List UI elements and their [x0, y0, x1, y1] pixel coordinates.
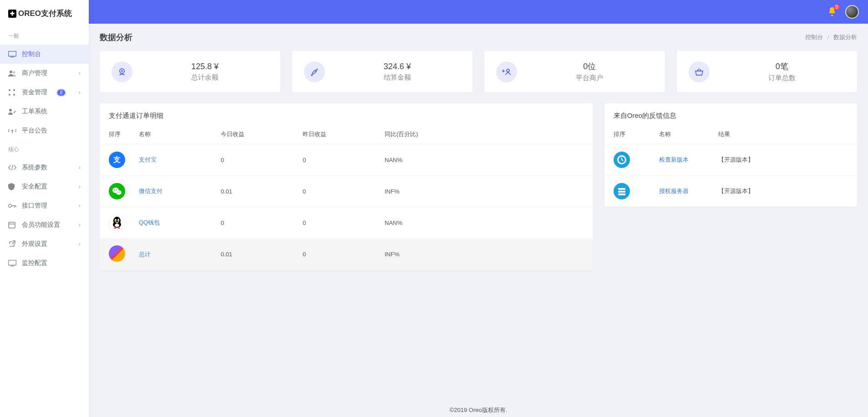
channel-name-link[interactable]: QQ钱包: [139, 219, 160, 226]
breadcrumb: 控制台 / 数据分析: [805, 33, 857, 41]
feedback-name-link[interactable]: 授权服务器: [659, 188, 689, 194]
nav-sysparams[interactable]: 系统参数 ›: [0, 158, 89, 177]
svg-point-6: [9, 94, 10, 96]
feedback-name-link[interactable]: 检查新版本: [659, 156, 689, 163]
svg-point-41: [114, 228, 117, 229]
chevron-right-icon: ›: [79, 203, 81, 209]
chevron-right-icon: ›: [79, 241, 81, 247]
breadcrumb-current: 数据分析: [833, 34, 857, 41]
channel-name-link[interactable]: 支付宝: [139, 156, 157, 163]
table-header: 排序: [100, 125, 134, 144]
nav-label: 系统参数: [22, 163, 47, 172]
basket-icon: [689, 61, 710, 82]
wechat-icon: [109, 183, 125, 199]
svg-rect-47: [618, 193, 625, 195]
svg-point-23: [315, 70, 316, 71]
svg-point-30: [116, 189, 117, 190]
chevron-right-icon: ›: [79, 222, 81, 228]
broadcast-icon: [8, 127, 17, 134]
nav-label: 控制台: [22, 50, 41, 58]
nav-security[interactable]: 安全配置 ›: [0, 177, 89, 196]
breadcrumb-root[interactable]: 控制台: [805, 34, 823, 41]
nav-fund[interactable]: 资金管理 0 ›: [0, 83, 89, 102]
svg-point-8: [9, 109, 12, 112]
svg-rect-46: [618, 191, 625, 193]
svg-rect-18: [9, 260, 16, 265]
footer: ©2019 Oreo版权所有.: [89, 406, 868, 417]
piechart-icon: [109, 245, 125, 262]
logo-icon: ✚: [8, 10, 16, 18]
nav-ticket[interactable]: 工单系统: [0, 102, 89, 121]
logo[interactable]: ✚ OREO支付系统: [0, 0, 89, 27]
calendar-icon: [8, 221, 17, 229]
nav-label: 平台公告: [22, 127, 47, 135]
alipay-icon: 支: [109, 152, 125, 168]
table-header: 同比(百分比): [380, 125, 593, 144]
svg-point-3: [13, 71, 15, 74]
yesterday-value: 0: [298, 144, 380, 176]
result-value: 【开源版本】: [714, 176, 857, 207]
nav-control-panel[interactable]: 控制台: [0, 45, 89, 64]
monitor-icon: [8, 51, 17, 57]
nav-monitor[interactable]: 监控配置: [0, 254, 89, 273]
yesterday-value: 0: [298, 176, 380, 207]
stat-label: 结算金额: [334, 73, 461, 82]
nav-appearance[interactable]: 外观设置 ›: [0, 234, 89, 254]
nav-label: 工单系统: [22, 107, 47, 116]
nav-label: 安全配置: [22, 183, 47, 191]
svg-point-28: [116, 190, 122, 195]
result-value: 【开源版本】: [714, 144, 857, 176]
svg-point-2: [10, 71, 12, 73]
nav-merchant[interactable]: 商户管理 ›: [0, 64, 89, 83]
nav-label: 接口管理: [22, 202, 47, 210]
nav-label: 外观设置: [22, 240, 47, 248]
nav-member[interactable]: 会员功能设置 ›: [0, 215, 89, 234]
table-row: 支支付宝00NAN%: [100, 144, 593, 176]
svg-point-10: [11, 130, 13, 132]
svg-point-31: [117, 192, 118, 193]
stat-value: 0笔: [719, 61, 846, 72]
channel-name-link[interactable]: 总计: [139, 251, 151, 258]
svg-point-20: [831, 15, 833, 16]
today-value: 0.01: [216, 238, 298, 270]
stat-merchants: 0位平台商户: [484, 51, 665, 92]
nav-api[interactable]: 接口管理 ›: [0, 196, 89, 215]
nav-label: 商户管理: [22, 69, 47, 77]
nav-badge: 0: [56, 89, 66, 97]
page-title: 数据分析: [100, 32, 132, 43]
person-edit-icon: [8, 108, 17, 115]
table-row: 微信支付0.010INF%: [100, 176, 593, 207]
table-header: 今日收益: [216, 125, 298, 144]
nav-announce[interactable]: 平台公告: [0, 121, 89, 140]
svg-rect-45: [618, 188, 625, 190]
panel-title: 支付通道订单明细: [100, 103, 593, 125]
stats-row: 125.8 ¥总计余额 324.6 ¥结算金额 0位平台商户 0笔订单总数: [89, 51, 868, 103]
server-icon: [614, 183, 630, 199]
table-header: 结果: [714, 125, 857, 144]
notification-bell[interactable]: 0: [828, 7, 836, 16]
svg-point-29: [114, 189, 115, 190]
channel-orders-table: 排序名称今日收益昨日收益同比(百分比) 支支付宝00NAN%微信支付0.010I…: [100, 125, 593, 270]
page-header: 数据分析 控制台 / 数据分析: [89, 24, 868, 51]
chevron-right-icon: ›: [79, 70, 81, 76]
table-header: 排序: [604, 125, 655, 144]
svg-point-7: [13, 94, 15, 96]
channel-name-link[interactable]: 微信支付: [139, 188, 162, 194]
launch-icon: [8, 240, 17, 248]
stat-value: 125.8 ¥: [142, 62, 269, 71]
chevron-right-icon: ›: [79, 89, 81, 96]
pct-value: NAN%: [380, 207, 593, 239]
panel-title: 来自Oreo的反馈信息: [604, 103, 857, 125]
key-icon: [8, 203, 17, 208]
table-row: 检查新版本【开源版本】: [604, 144, 857, 176]
today-value: 0.01: [216, 176, 298, 207]
stat-balance: 125.8 ¥总计余额: [100, 51, 280, 92]
svg-point-12: [9, 204, 12, 208]
shield-icon: [8, 183, 17, 190]
stat-value: 324.6 ¥: [334, 62, 461, 71]
user-avatar[interactable]: [845, 5, 859, 19]
topbar: 0: [89, 0, 868, 24]
table-header: 昨日收益: [298, 125, 380, 144]
svg-point-39: [116, 222, 118, 224]
yesterday-value: 0: [298, 238, 380, 270]
